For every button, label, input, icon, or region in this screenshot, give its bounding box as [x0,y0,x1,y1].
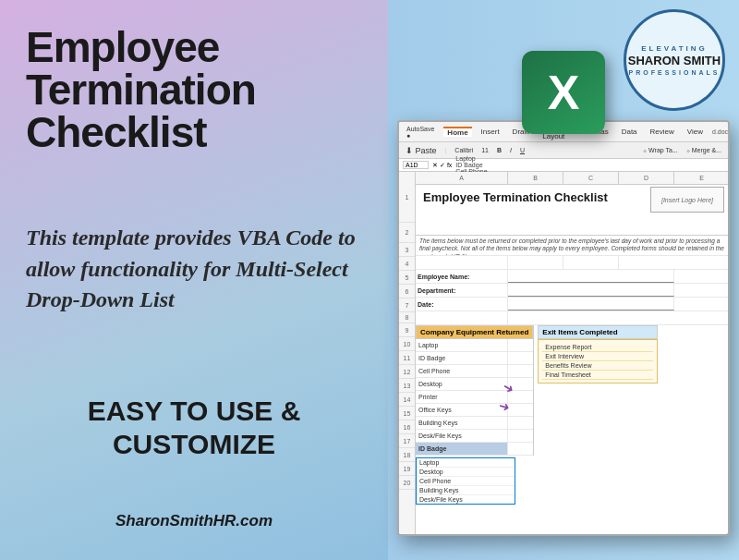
row-header-10: 10 [399,337,415,351]
eq-buildingkeys: Building Keys [416,417,508,429]
exit-items-column: Exit Items Completed Expense Report Exit… [538,325,658,456]
eq-cellphone: Cell Phone [416,365,508,377]
checklist-title: Employee Termination Checklist [423,190,608,204]
ribbon-size: 11 [479,146,491,154]
dropdown-item-4[interactable]: Building Keys [417,486,515,495]
cell-c3 [563,256,619,269]
excel-icon: X [522,51,605,134]
subtitle-text: This template provides VBA Code to allow… [26,223,362,316]
easy-section: EASY TO USE & CUSTOMIZE [26,367,362,461]
row-header-14: 14 [399,393,415,407]
tab-home[interactable]: Home [443,127,471,137]
row-header-20: 20 [399,476,415,490]
cell-b3 [508,256,563,269]
tab-insert[interactable]: Insert [478,128,503,136]
eq-row-laptop: Laptop [416,339,533,352]
two-col-area: Company Equipment Returned Laptop ID Bad… [416,325,728,456]
ribbon-font: Calibri [452,146,476,154]
title-section: Employee Termination Checklist [26,26,362,153]
easy-text: EASY TO USE & CUSTOMIZE [26,395,362,461]
exit-items-box: Expense Report Exit Interview Benefits R… [538,339,658,383]
row-header-8: 8 [399,312,415,323]
row-header-6: 6 [399,285,415,298]
eq-laptop: Laptop [416,339,508,351]
dropdown-item-3[interactable]: Cell Phone [417,477,515,486]
row-header-3: 3 [399,243,415,257]
ribbon-wrap: ⬦ Wrap Ta... [640,146,681,154]
col-d: D [619,172,674,184]
subtitle-section: This template provides VBA Code to allow… [26,204,362,316]
cell-a3 [416,256,508,269]
row-header-1: 1 [399,172,415,223]
row-headers: 1 2 3 4 5 6 7 8 9 10 11 12 13 14 15 16 1 [399,172,416,534]
eq-row-printer: Printer [416,391,533,404]
department-label: Department: [416,284,508,297]
ribbon-paste: ⬇ Paste [403,145,440,156]
brand-arc-top: ELEVATING [641,44,708,53]
tab-view[interactable]: View [684,128,707,136]
employee-name-value[interactable] [508,270,674,283]
row-header-15: 15 [399,407,415,420]
exit-timesheet: Final Timesheet [542,371,653,380]
ribbon-italic[interactable]: I [507,146,515,154]
website-text: SharonSmithHR.com [26,512,362,530]
row-header-17: 17 [399,434,415,448]
col-c: C [563,172,619,184]
description-row: The items below must be returned or comp… [416,236,728,256]
cell-a7 [416,311,508,324]
dropdown-item-1[interactable]: Laptop [417,458,515,468]
dropdown-item-5[interactable]: Desk/File Keys [417,495,515,504]
eq-row-idbadge-selected: ID Badge [416,443,533,456]
eq-row-buildingkeys: Building Keys [416,417,533,430]
equipment-header: Company Equipment Returned [416,325,533,339]
row-header-19: 19 [399,462,415,476]
row-header-18: 18 [399,448,415,462]
row-header-4: 4 [399,257,415,271]
employee-name-row: Employee Name: [416,270,728,284]
dropdown-item-2[interactable]: Desktop [417,468,515,477]
excel-ribbon: ⬇ Paste | Calibri 11 B I U ⬦ Wrap Ta... … [399,142,728,159]
left-panel: Employee Termination Checklist This temp… [0,0,388,560]
spacer-row-7 [416,311,728,325]
formula-bar: A1D ✕ ✓ fx LaptopID BadgeCell Phone [399,159,728,172]
department-row: Department: [416,284,728,298]
page-title: Employee Termination Checklist [26,26,362,153]
date-value[interactable] [508,298,674,310]
autosave-indicator: AutoSave ● [403,126,438,139]
eq-row-cellphone: Cell Phone [416,365,533,378]
eq-row-deskkeys: Desk/File Keys [416,430,533,443]
row-header-11: 11 [399,351,415,365]
exit-items-header: Exit Items Completed [538,325,658,339]
col-headers: A B C D E [416,172,728,185]
tab-data[interactable]: Data [618,128,641,136]
row-header-13: 13 [399,379,415,393]
sheet-rows: Employee Termination Checklist [Insert L… [416,185,728,505]
ribbon-underline[interactable]: U [517,146,527,154]
insert-logo-box: [Insert Logo Here] [650,187,724,213]
main-container: Employee Termination Checklist This temp… [0,0,739,560]
tab-review[interactable]: Review [647,128,678,136]
date-row: Date: [416,298,728,311]
spreadsheet-screenshot: AutoSave ● Home Insert Draw Page Layout … [397,120,730,536]
eq-idbadge: ID Badge [416,352,508,364]
exit-expense: Expense Report [542,343,653,352]
ribbon-divider: | [442,146,450,154]
spreadsheet-content: 1 2 3 4 5 6 7 8 9 10 11 12 13 14 15 16 1 [399,172,728,534]
cell-reference[interactable]: A1D [403,161,429,169]
formula-separator: ✕ ✓ fx [432,162,452,169]
ribbon-bold[interactable]: B [494,146,504,154]
eq-deskkeys: Desk/File Keys [416,430,508,442]
eq-printer: Printer [416,391,508,403]
website-section: SharonSmithHR.com [26,512,362,538]
brand-circle: ELEVATING SHARON SMITH PROFESSIONALS [624,9,725,111]
excel-letter: X [548,68,580,116]
date-label: Date: [416,298,508,310]
empty-row-3 [416,256,728,270]
row-header-5: 5 [399,271,415,285]
department-value[interactable] [508,284,674,297]
dropdown-list: Laptop Desktop Cell Phone Building Keys … [416,457,515,505]
row-header-16: 16 [399,420,415,434]
eq-row-idbadge: ID Badge [416,352,533,365]
col-b: B [508,172,563,184]
col-a: A [416,172,508,184]
